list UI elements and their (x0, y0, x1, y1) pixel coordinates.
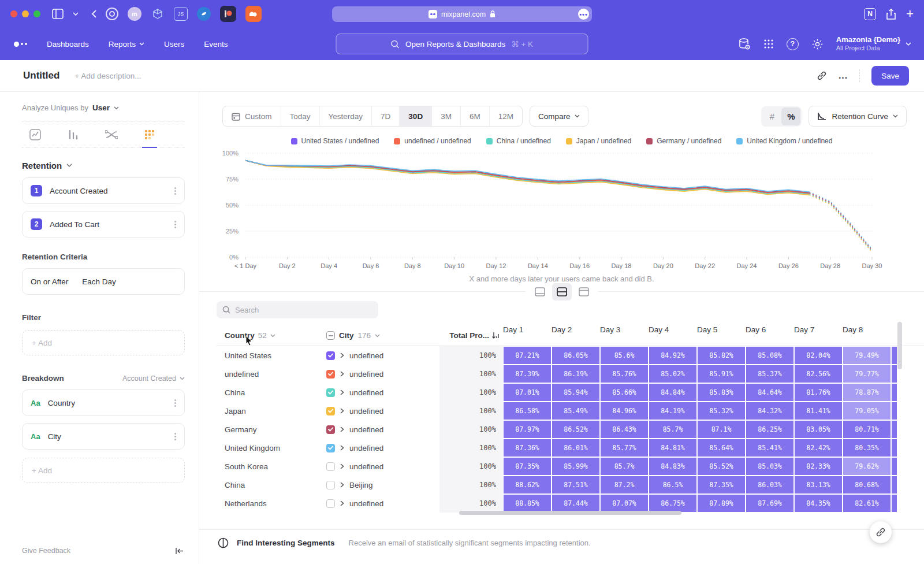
series-checkbox[interactable] (326, 351, 335, 360)
expand-row-icon[interactable] (340, 482, 344, 488)
tab-insights[interactable] (23, 129, 47, 140)
step-event-label[interactable]: Added To Cart (50, 220, 99, 229)
retention-cell[interactable]: 84.84% (649, 384, 696, 401)
tab-funnels[interactable] (61, 129, 85, 140)
retention-cell[interactable]: 85.41% (746, 439, 793, 457)
retention-cell[interactable]: 87.51% (552, 476, 599, 494)
date-range-today[interactable]: Today (281, 106, 320, 126)
criteria-card[interactable]: On or After Each Day (22, 268, 185, 295)
column-header-total[interactable]: Total Pro... (439, 325, 503, 346)
more-options-icon[interactable] (174, 433, 176, 440)
select-all-checkbox[interactable] (326, 331, 335, 340)
legend-item[interactable]: United States / undefined (291, 137, 379, 145)
minimize-window-button[interactable] (22, 10, 29, 17)
report-title[interactable]: Untitled (23, 70, 59, 81)
date-range-30d[interactable]: 30D (400, 106, 432, 126)
date-range-6m[interactable]: 6M (461, 106, 490, 126)
more-options-icon[interactable] (174, 187, 176, 195)
retention-cell[interactable]: 84.83% (649, 458, 696, 475)
retention-cell[interactable]: 84.96% (601, 402, 648, 420)
retention-cell[interactable]: 81.76% (795, 384, 842, 401)
new-tab-icon[interactable]: + (906, 9, 914, 19)
help-icon[interactable]: ? (787, 38, 799, 50)
analyze-value-dropdown[interactable]: User (92, 103, 110, 112)
retention-cell[interactable]: 87.39% (504, 365, 551, 383)
column-header-city[interactable]: City 176 (326, 325, 439, 346)
save-button[interactable]: Save (871, 66, 909, 86)
retention-cell[interactable]: 85.99% (552, 458, 599, 475)
bird-icon[interactable] (197, 7, 211, 21)
retention-cell[interactable]: 85.37% (746, 365, 793, 383)
column-header-day[interactable]: Day 6 (746, 325, 794, 346)
add-description[interactable]: + Add description... (74, 72, 141, 80)
retention-cell[interactable]: 85.7% (649, 421, 696, 438)
avatar-m-icon[interactable]: m (128, 7, 141, 21)
retention-cell[interactable]: 87.07% (601, 495, 648, 512)
retention-cell[interactable]: 85.7% (601, 458, 648, 475)
retention-cell[interactable]: 87.21% (504, 347, 551, 364)
segments-title[interactable]: Find Interesting Segments (237, 539, 335, 547)
retention-cell[interactable]: 79.62% (843, 458, 891, 475)
table-search-input[interactable]: Search (217, 301, 378, 318)
series-checkbox[interactable] (326, 425, 335, 434)
retention-cell[interactable]: 82.04% (795, 347, 842, 364)
retention-cell[interactable]: 84.19% (649, 402, 696, 420)
legend-item[interactable]: United Kingdom / undefined (736, 137, 832, 145)
criteria-condition[interactable]: On or After (31, 277, 68, 286)
breakdown-card[interactable]: Aa Country (22, 389, 185, 416)
retention-cell[interactable]: 85.49% (552, 402, 599, 420)
column-header-day[interactable]: Day 3 (600, 325, 649, 346)
retention-cell[interactable]: 85.08% (746, 347, 793, 364)
legend-item[interactable]: undefined / undefined (394, 137, 471, 145)
retention-cell[interactable]: 84.92% (649, 347, 696, 364)
date-range-3m[interactable]: 3M (432, 106, 461, 126)
retention-cell[interactable]: 84.32% (746, 402, 793, 420)
retention-cell[interactable]: 84.64% (746, 384, 793, 401)
retention-cell[interactable]: 86.5% (649, 476, 696, 494)
date-range-12m[interactable]: 12M (490, 106, 522, 126)
table-row[interactable]: United States undefined 100%87.21%86.05%… (217, 346, 924, 365)
breakdown-property-label[interactable]: Country (48, 399, 75, 407)
retention-cell[interactable]: 86.01% (552, 439, 599, 457)
retention-cell[interactable]: 82.56% (795, 365, 842, 383)
retention-cell[interactable]: 83.13% (795, 476, 842, 494)
address-bar[interactable]: mixpanel.com ••• (332, 6, 592, 22)
retention-cell[interactable]: 86.25% (746, 421, 793, 438)
retention-cell[interactable]: 85.76% (601, 365, 648, 383)
retention-cell[interactable]: 85.91% (698, 365, 745, 383)
retention-cell[interactable]: 87.97% (504, 421, 551, 438)
retention-cell[interactable]: 86.19% (552, 365, 599, 383)
retention-cell[interactable]: 87.1% (698, 421, 745, 438)
retention-cell[interactable]: 87.44% (552, 495, 599, 512)
retention-cell[interactable]: 78.87% (843, 384, 891, 401)
date-range-custom[interactable]: Custom (223, 106, 281, 126)
retention-cell[interactable]: 85.83% (698, 384, 745, 401)
retention-step-card[interactable]: 1 Account Created (22, 177, 185, 204)
expand-row-icon[interactable] (340, 445, 344, 451)
expand-row-icon[interactable] (340, 426, 344, 432)
share-icon[interactable] (886, 9, 896, 20)
page-actions-button[interactable]: ••• (578, 9, 589, 20)
zoom-window-button[interactable] (33, 10, 40, 17)
series-checkbox[interactable] (326, 370, 335, 379)
apps-grid-icon[interactable] (763, 39, 774, 49)
retention-cell[interactable]: 85.66% (601, 384, 648, 401)
retention-cell[interactable]: 80.35% (843, 439, 891, 457)
series-checkbox[interactable] (326, 388, 335, 397)
legend-item[interactable]: Germany / undefined (646, 137, 721, 145)
table-row[interactable]: Germany undefined 100%87.97%86.52%86.43%… (217, 420, 924, 439)
data-management-icon[interactable] (738, 38, 751, 50)
retention-cell[interactable]: 85.32% (698, 402, 745, 420)
table-row[interactable]: undefined undefined 100%87.39%86.19%85.7… (217, 365, 924, 383)
retention-cell[interactable]: 80.68% (843, 476, 891, 494)
retention-cell[interactable]: 85.52% (698, 458, 745, 475)
column-header-day[interactable]: Day 2 (552, 325, 600, 346)
column-header-country[interactable]: Country 52 (217, 325, 326, 346)
patreon-icon[interactable] (220, 6, 236, 22)
legend-item[interactable]: China / undefined (486, 137, 551, 145)
date-range-7d[interactable]: 7D (372, 106, 400, 126)
retention-cell[interactable]: 85.03% (746, 458, 793, 475)
notion-extension-icon[interactable]: N (864, 8, 876, 20)
column-header-day[interactable]: Day 8 (843, 325, 891, 346)
nav-users[interactable]: Users (164, 40, 184, 49)
